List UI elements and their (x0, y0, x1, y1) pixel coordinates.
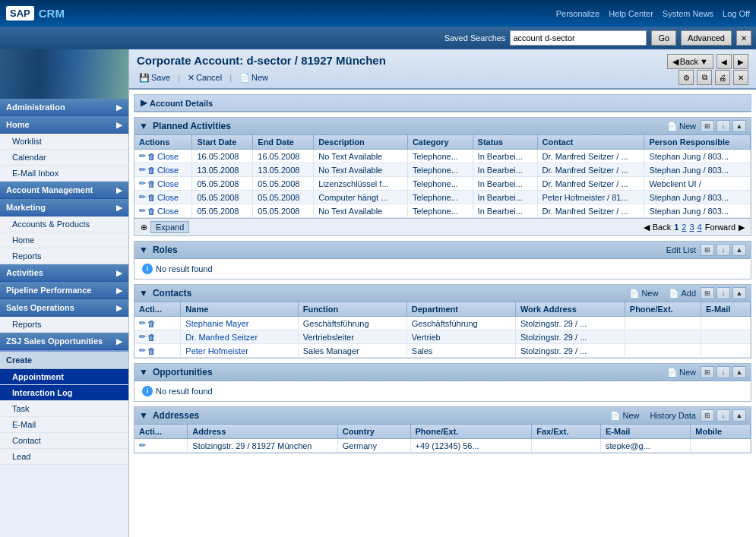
edit-row-button[interactable]: ✏ (139, 206, 146, 216)
contacts-add-button[interactable]: 📄 Add (669, 289, 696, 299)
addresses-new-button[interactable]: 📄 New (610, 411, 639, 421)
delete-row-button[interactable]: 🗑 (147, 179, 156, 188)
close-row-link[interactable]: Close (157, 207, 179, 216)
sidebar-item-home2[interactable]: Home (0, 232, 128, 248)
delete-row-button[interactable]: 🗑 (147, 166, 156, 175)
col-start-date[interactable]: Start Date (192, 135, 253, 150)
minimize-icon[interactable]: ▲ (732, 366, 746, 378)
advanced-button[interactable]: Advanced (681, 30, 732, 46)
close-row-link[interactable]: Close (157, 152, 179, 161)
delete-row-button[interactable]: 🗑 (147, 319, 156, 328)
collapse-icon[interactable]: ▼ (139, 288, 148, 299)
col-end-date[interactable]: End Date (253, 135, 314, 150)
system-news-link[interactable]: System News (663, 9, 713, 18)
minimize-icon[interactable]: ▲ (732, 287, 746, 299)
col-phone[interactable]: Phone/Ext. (410, 425, 532, 439)
help-center-link[interactable]: Help Center (609, 9, 653, 18)
settings-icon[interactable]: ⚙ (679, 70, 694, 85)
sidebar-item-account-management[interactable]: Account Management ▶ (0, 182, 128, 199)
col-phone[interactable]: Phone/Ext. (625, 302, 701, 317)
col-category[interactable]: Category (407, 135, 473, 150)
edit-row-button[interactable]: ✏ (139, 178, 146, 188)
planned-activities-new-button[interactable]: 📄 New (667, 122, 696, 131)
minimize-icon[interactable]: ▲ (732, 120, 746, 132)
pagination-page3[interactable]: 3 (689, 223, 694, 232)
sidebar-item-email[interactable]: E-Mail (0, 417, 128, 433)
delete-row-button[interactable]: 🗑 (147, 207, 156, 216)
col-description[interactable]: Description (314, 135, 408, 150)
nav-prev-button[interactable]: ◀ (716, 54, 732, 69)
sidebar-item-contact[interactable]: Contact (0, 433, 128, 449)
col-department[interactable]: Department (406, 302, 515, 317)
minimize-icon[interactable]: ▲ (732, 244, 746, 256)
table-icon[interactable]: ⊞ (701, 120, 714, 132)
new-button[interactable]: 📄 New (237, 72, 270, 84)
delete-row-button[interactable]: 🗑 (147, 193, 156, 202)
table-icon[interactable]: ⊞ (701, 244, 714, 256)
sidebar-item-sales-ops[interactable]: Sales Operations ▶ (0, 299, 128, 317)
account-details-header[interactable]: ▶ Account Details (134, 95, 751, 112)
col-email[interactable]: E-Mail (701, 302, 750, 317)
edit-list-button[interactable]: Edit List (666, 245, 696, 254)
sidebar-item-calendar[interactable]: Calendar (0, 150, 128, 166)
export-icon[interactable]: ↓ (716, 409, 730, 422)
copy-icon[interactable]: ⧉ (697, 70, 712, 85)
pagination-page1[interactable]: 1 (674, 223, 679, 232)
col-person[interactable]: Person Responsible (644, 135, 751, 150)
sidebar-item-administration[interactable]: Administration ▶ (0, 99, 128, 116)
col-fax[interactable]: Fax/Ext. (532, 425, 601, 439)
edit-row-button[interactable]: ✏ (139, 165, 146, 175)
table-icon[interactable]: ⊞ (701, 366, 714, 378)
search-close-button[interactable]: ✕ (736, 30, 751, 46)
sidebar-item-interaction-log[interactable]: Interaction Log (0, 385, 128, 401)
col-mobile[interactable]: Mobile (691, 425, 751, 439)
contacts-new-button[interactable]: 📄 New (629, 289, 658, 299)
collapse-icon[interactable]: ▼ (139, 121, 148, 131)
sidebar-item-reports1[interactable]: Reports (0, 248, 128, 264)
sidebar-item-worklist[interactable]: Worklist (0, 134, 128, 150)
col-name[interactable]: Name (181, 302, 298, 317)
close-row-link[interactable]: Close (157, 166, 179, 175)
edit-row-button[interactable]: ✏ (139, 441, 146, 450)
sidebar-item-task[interactable]: Task (0, 401, 128, 417)
edit-row-button[interactable]: ✏ (139, 332, 146, 342)
sidebar-item-marketing[interactable]: Marketing ▶ (0, 199, 128, 216)
log-off-link[interactable]: Log Off (723, 9, 750, 18)
export-icon[interactable]: ↓ (716, 244, 730, 256)
export-icon[interactable]: ↓ (716, 120, 730, 132)
col-email[interactable]: E-Mail (601, 425, 691, 439)
col-status[interactable]: Status (473, 135, 537, 150)
sidebar-item-email-inbox[interactable]: E-Mail Inbox (0, 166, 128, 182)
sidebar-item-reports2[interactable]: Reports (0, 317, 128, 333)
sidebar-item-home[interactable]: Home ▶ (0, 116, 128, 134)
nav-next-button[interactable]: ▶ (733, 54, 748, 69)
close-row-link[interactable]: Close (157, 193, 179, 202)
col-work-address[interactable]: Work Address (515, 302, 625, 317)
sidebar-item-activities[interactable]: Activities ▶ (0, 264, 128, 282)
sidebar-item-pipeline[interactable]: Pipeline Performance ▶ (0, 282, 128, 299)
history-data-button[interactable]: History Data (650, 411, 696, 420)
delete-row-button[interactable]: 🗑 (147, 346, 156, 355)
export-icon[interactable]: ↓ (716, 366, 730, 378)
close-icon[interactable]: ✕ (733, 70, 748, 85)
collapse-icon[interactable]: ▼ (139, 245, 148, 255)
edit-row-button[interactable]: ✏ (139, 346, 146, 355)
edit-row-button[interactable]: ✏ (139, 192, 146, 202)
table-icon[interactable]: ⊞ (701, 287, 714, 299)
go-button[interactable]: Go (651, 30, 676, 46)
col-function[interactable]: Function (298, 302, 406, 317)
edit-row-button[interactable]: ✏ (139, 318, 146, 328)
close-row-link[interactable]: Close (157, 179, 179, 188)
export-icon[interactable]: ↓ (716, 287, 730, 299)
col-address[interactable]: Address (188, 425, 337, 439)
col-country[interactable]: Country (337, 425, 410, 439)
personalize-link[interactable]: Personalize (556, 9, 599, 18)
collapse-icon[interactable]: ▼ (139, 367, 148, 377)
sidebar-item-appointment[interactable]: Appointment (0, 369, 128, 385)
pagination-page4[interactable]: 4 (697, 223, 702, 232)
sidebar-item-lead[interactable]: Lead (0, 449, 128, 465)
opportunities-new-button[interactable]: 📄 New (667, 368, 696, 377)
cancel-button[interactable]: ✕ Cancel (185, 72, 224, 84)
col-contact[interactable]: Contact (537, 135, 644, 150)
table-icon[interactable]: ⊞ (701, 409, 714, 422)
